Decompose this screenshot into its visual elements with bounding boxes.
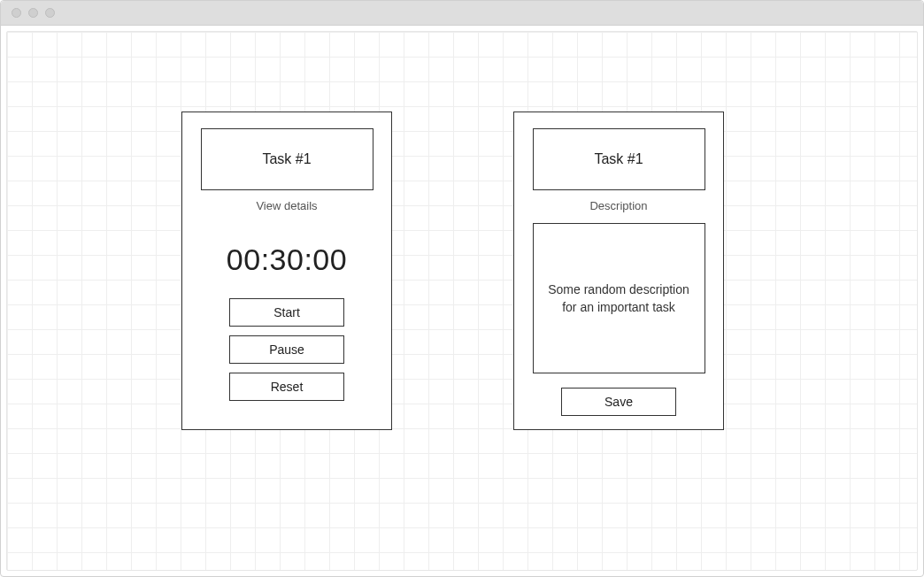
save-button[interactable]: Save xyxy=(561,388,676,416)
window-frame: Task #1 View details 00:30:00 Start Paus… xyxy=(0,0,924,577)
close-icon[interactable] xyxy=(12,8,21,18)
timer-card: Task #1 View details 00:30:00 Start Paus… xyxy=(181,112,392,430)
minimize-icon[interactable] xyxy=(28,8,38,18)
canvas-area: Task #1 View details 00:30:00 Start Paus… xyxy=(6,31,918,571)
maximize-icon[interactable] xyxy=(45,8,55,18)
titlebar xyxy=(1,1,923,26)
reset-button[interactable]: Reset xyxy=(229,373,344,401)
view-details-link[interactable]: View details xyxy=(256,199,317,212)
description-card: Task #1 Description Some random descript… xyxy=(513,112,724,430)
start-button[interactable]: Start xyxy=(229,298,344,327)
description-label: Description xyxy=(589,199,647,212)
timer-button-stack: Start Pause Reset xyxy=(229,298,344,401)
description-textarea[interactable]: Some random description for an important… xyxy=(533,223,705,373)
timer-display: 00:30:00 xyxy=(227,242,347,277)
task-title-box: Task #1 xyxy=(201,128,373,190)
description-text: Some random description for an important… xyxy=(544,281,694,317)
task-title-box: Task #1 xyxy=(533,128,705,190)
task-title: Task #1 xyxy=(262,151,311,167)
pause-button[interactable]: Pause xyxy=(229,335,344,364)
task-title: Task #1 xyxy=(594,151,643,167)
